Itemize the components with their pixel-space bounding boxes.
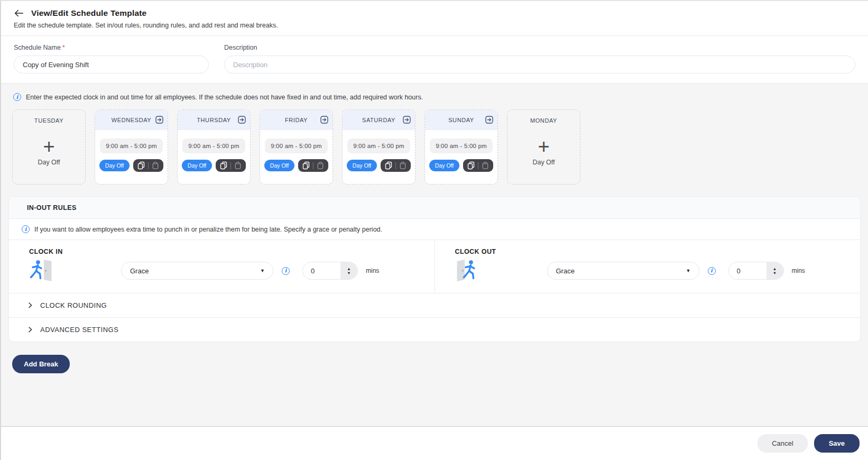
clock-in-minutes-stepper: ▲ ▼ [302, 262, 358, 280]
paste-icon[interactable] [482, 161, 489, 170]
day-off-button[interactable]: Day Off [429, 160, 459, 171]
divider [313, 162, 313, 169]
apply-to-next-day-icon[interactable] [238, 116, 246, 124]
day-actions: Day Off [347, 159, 411, 172]
clock-out-minutes-input[interactable] [729, 262, 767, 279]
add-shift-area[interactable]: + Day Off [532, 124, 555, 184]
shift-time-button[interactable]: 9:00 am - 5:00 pm [100, 139, 163, 153]
footer-action-bar: Cancel Save [1, 426, 868, 460]
clock-in-section: CLOCK IN Grace ▼ i ▲ ▼ [9, 240, 435, 293]
add-break-button[interactable]: Add Break [12, 355, 70, 373]
info-icon: i [13, 93, 21, 101]
save-button[interactable]: Save [814, 434, 860, 453]
day-off-button[interactable]: Day Off [264, 160, 294, 171]
day-name: SATURDAY [362, 117, 395, 123]
copy-icon[interactable] [220, 161, 227, 170]
page-body: i Enter the expected clock in and out ti… [1, 84, 868, 426]
day-name: THURSDAY [197, 117, 231, 123]
divider [230, 162, 231, 169]
day-off-label: Day Off [38, 159, 60, 166]
day-off-button[interactable]: Day Off [182, 160, 212, 171]
shift-time-button[interactable]: 9:00 am - 5:00 pm [430, 139, 493, 153]
day-name: SUNDAY [448, 117, 474, 123]
apply-to-next-day-icon[interactable] [155, 116, 163, 124]
day-actions: Day Off [99, 159, 163, 172]
in-out-rules-title: IN-OUT RULES [9, 197, 860, 219]
day-card-sunday: SUNDAY 9:00 am - 5:00 pm Day Off [424, 109, 498, 185]
advanced-settings-label: ADVANCED SETTINGS [40, 326, 118, 334]
clock-out-rule-dropdown[interactable]: Grace ▼ [547, 262, 699, 280]
clock-out-label: CLOCK OUT [455, 248, 861, 255]
clock-in-rule-dropdown[interactable]: Grace ▼ [121, 262, 273, 280]
schedule-name-input[interactable] [14, 56, 209, 73]
shift-time-button[interactable]: 9:00 am - 5:00 pm [265, 139, 328, 153]
day-card-friday: FRIDAY 9:00 am - 5:00 pm Day Off [260, 109, 333, 185]
clock-rounding-accordion[interactable]: CLOCK ROUNDING [9, 293, 860, 317]
clock-in-label: CLOCK IN [29, 248, 435, 255]
stepper-down-icon[interactable]: ▼ [347, 271, 350, 275]
day-card-saturday: SATURDAY 9:00 am - 5:00 pm Day Off [342, 109, 415, 185]
copy-icon[interactable] [467, 161, 475, 170]
clock-out-controls: Grace ▼ i ▲ ▼ mins [455, 258, 861, 283]
shift-time-button[interactable]: 9:00 am - 5:00 pm [347, 139, 410, 153]
copy-icon[interactable] [302, 161, 310, 170]
day-card-header: SUNDAY [425, 110, 497, 130]
copy-icon[interactable] [137, 161, 145, 170]
info-icon: i [708, 267, 716, 275]
apply-to-next-day-icon[interactable] [320, 116, 328, 124]
stepper-up-icon[interactable]: ▲ [773, 267, 777, 271]
cancel-button[interactable]: Cancel [758, 434, 807, 453]
apply-to-next-day-icon[interactable] [485, 116, 493, 124]
clock-rounding-label: CLOCK ROUNDING [40, 301, 107, 309]
day-actions: Day Off [182, 159, 246, 172]
copy-paste-group [216, 159, 246, 172]
day-card-header: THURSDAY [178, 110, 250, 130]
paste-icon[interactable] [234, 161, 242, 170]
add-shift-area[interactable]: + Day Off [38, 124, 60, 184]
divider [395, 162, 396, 169]
paste-icon[interactable] [317, 161, 324, 170]
day-off-button[interactable]: Day Off [347, 160, 377, 171]
clock-out-door-icon [455, 258, 479, 283]
clock-in-minutes-input[interactable] [303, 262, 340, 279]
shift-time-button[interactable]: 9:00 am - 5:00 pm [182, 139, 245, 153]
day-card-wednesday: WEDNESDAY 9:00 am - 5:00 pm Day Off [95, 109, 168, 185]
back-arrow-icon [14, 8, 24, 18]
divider [148, 162, 149, 169]
description-input[interactable] [224, 56, 855, 73]
stepper-down-icon[interactable]: ▼ [773, 271, 777, 275]
in-out-rules-card: IN-OUT RULES i If you want to allow empl… [8, 196, 861, 342]
apply-to-next-day-icon[interactable] [403, 116, 411, 124]
clock-rules-row: CLOCK IN Grace ▼ i ▲ ▼ [9, 240, 860, 293]
paste-icon[interactable] [152, 161, 159, 170]
schedule-info-banner: i Enter the expected clock in and out ti… [8, 93, 861, 101]
plus-icon[interactable]: + [43, 139, 54, 154]
paste-icon[interactable] [399, 161, 407, 170]
back-button[interactable] [14, 8, 24, 18]
day-card-body: 9:00 am - 5:00 pm Day Off [425, 130, 497, 172]
clock-in-unit-label: mins [366, 267, 379, 274]
copy-paste-group [463, 159, 493, 172]
day-card-body: 9:00 am - 5:00 pm Day Off [260, 130, 333, 172]
day-actions: Day Off [264, 159, 328, 172]
chevron-right-icon [27, 302, 33, 309]
schedule-form: Schedule Name* Description [1, 36, 868, 83]
day-cards-row: TUESDAY + Day Off WEDNESDAY 9:00 am - 5:… [8, 109, 861, 185]
info-icon: i [22, 225, 30, 233]
description-field-group: Description [224, 44, 855, 73]
advanced-settings-accordion[interactable]: ADVANCED SETTINGS [9, 317, 860, 342]
day-name: TUESDAY [34, 117, 63, 124]
day-off-button[interactable]: Day Off [99, 160, 130, 171]
description-label: Description [224, 44, 855, 51]
day-off-label: Day Off [532, 159, 555, 166]
day-card-header: SATURDAY [343, 110, 415, 130]
clock-in-rule-value: Grace [130, 267, 149, 275]
copy-icon[interactable] [385, 161, 392, 170]
plus-icon[interactable]: + [538, 139, 549, 154]
stepper-buttons: ▲ ▼ [767, 262, 783, 279]
clock-out-minutes-stepper: ▲ ▼ [728, 262, 784, 280]
stepper-up-icon[interactable]: ▲ [347, 267, 350, 271]
day-actions: Day Off [429, 159, 493, 172]
day-name: FRIDAY [285, 117, 308, 123]
page-header-section: View/Edit Schedule Template Edit the sch… [1, 1, 868, 84]
